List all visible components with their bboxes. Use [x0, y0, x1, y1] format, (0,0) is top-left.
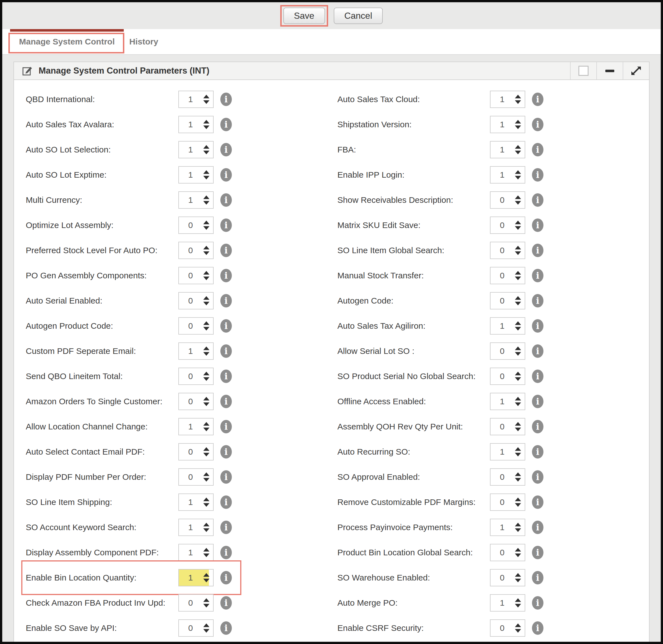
spinner-up-icon[interactable] [515, 573, 521, 577]
spinner-up-icon[interactable] [203, 145, 209, 149]
spinner-down-icon[interactable] [515, 478, 521, 482]
spinner-up-icon[interactable] [515, 196, 521, 199]
info-icon[interactable]: i [220, 420, 232, 433]
info-icon[interactable]: i [532, 244, 544, 257]
number-input[interactable]: 0 [178, 267, 214, 284]
spinner-up-icon[interactable] [515, 271, 521, 275]
spinner-down-icon[interactable] [203, 377, 209, 381]
spinner-down-icon[interactable] [515, 579, 521, 582]
info-icon[interactable]: i [220, 571, 232, 584]
spinner-up-icon[interactable] [515, 372, 521, 375]
spinner-down-icon[interactable] [203, 503, 209, 507]
info-icon[interactable]: i [532, 445, 544, 459]
number-input[interactable]: 1 [178, 569, 214, 586]
spinner-down-icon[interactable] [515, 604, 521, 607]
spinner-down-icon[interactable] [515, 125, 521, 129]
spinner-up-icon[interactable] [203, 347, 209, 350]
spinner-arrows[interactable] [515, 120, 521, 129]
spinner-down-icon[interactable] [203, 453, 209, 457]
spinner-arrows[interactable] [515, 372, 521, 381]
info-icon[interactable]: i [220, 596, 232, 610]
spinner-arrows[interactable] [515, 397, 521, 406]
spinner-arrows[interactable] [203, 170, 209, 180]
save-button[interactable]: Save [283, 7, 325, 24]
spinner-up-icon[interactable] [515, 347, 521, 350]
tab-history[interactable]: History [122, 29, 165, 54]
spinner-up-icon[interactable] [203, 624, 209, 627]
info-icon[interactable]: i [532, 319, 544, 332]
spinner-arrows[interactable] [515, 523, 521, 532]
spinner-up-icon[interactable] [203, 548, 209, 552]
spinner-arrows[interactable] [515, 347, 521, 356]
info-icon[interactable]: i [220, 445, 232, 459]
number-input[interactable]: 1 [490, 393, 525, 410]
spinner-up-icon[interactable] [203, 246, 209, 250]
tab-manage-system-control[interactable]: Manage System Control [12, 29, 122, 54]
info-icon[interactable]: i [220, 118, 232, 131]
number-input[interactable]: 1 [490, 91, 525, 108]
number-input[interactable]: 0 [490, 342, 525, 360]
info-icon[interactable]: i [220, 269, 232, 282]
info-icon[interactable]: i [532, 344, 544, 358]
number-input[interactable]: 1 [178, 191, 214, 209]
info-icon[interactable]: i [220, 546, 232, 559]
spinner-down-icon[interactable] [203, 629, 209, 633]
spinner-arrows[interactable] [203, 598, 209, 607]
spinner-up-icon[interactable] [515, 498, 521, 501]
number-input[interactable]: 0 [490, 544, 525, 561]
info-icon[interactable]: i [220, 496, 232, 509]
spinner-arrows[interactable] [203, 372, 209, 381]
spinner-up-icon[interactable] [515, 321, 521, 325]
info-icon[interactable]: i [220, 168, 232, 182]
spinner-up-icon[interactable] [203, 422, 209, 426]
info-icon[interactable]: i [532, 596, 544, 610]
spinner-up-icon[interactable] [203, 372, 209, 375]
spinner-arrows[interactable] [203, 422, 209, 431]
spinner-down-icon[interactable] [515, 201, 521, 205]
spinner-up-icon[interactable] [203, 170, 209, 174]
spinner-up-icon[interactable] [203, 196, 209, 199]
number-input[interactable]: 0 [490, 468, 525, 486]
spinner-up-icon[interactable] [203, 296, 209, 300]
number-input[interactable]: 1 [490, 594, 525, 612]
spinner-down-icon[interactable] [203, 176, 209, 180]
info-icon[interactable]: i [532, 621, 544, 635]
spinner-arrows[interactable] [203, 95, 209, 104]
spinner-down-icon[interactable] [515, 428, 521, 431]
cancel-button[interactable]: Cancel [334, 7, 383, 24]
spinner-arrows[interactable] [203, 548, 209, 557]
spinner-arrows[interactable] [515, 145, 521, 155]
spinner-arrows[interactable] [203, 246, 209, 255]
info-icon[interactable]: i [532, 546, 544, 559]
info-icon[interactable]: i [220, 193, 232, 207]
spinner-down-icon[interactable] [203, 302, 209, 305]
spinner-up-icon[interactable] [203, 473, 209, 476]
number-input[interactable]: 0 [490, 569, 525, 586]
spinner-arrows[interactable] [515, 548, 521, 557]
spinner-arrows[interactable] [203, 347, 209, 356]
spinner-arrows[interactable] [203, 498, 209, 507]
number-input[interactable]: 0 [490, 418, 525, 435]
expand-button[interactable] [623, 62, 649, 79]
number-input[interactable]: 0 [178, 443, 214, 460]
spinner-down-icon[interactable] [203, 402, 209, 406]
spinner-down-icon[interactable] [203, 100, 209, 104]
spinner-up-icon[interactable] [203, 321, 209, 325]
info-icon[interactable]: i [532, 395, 544, 408]
spinner-arrows[interactable] [515, 447, 521, 457]
info-icon[interactable]: i [532, 496, 544, 509]
number-input[interactable]: 1 [178, 342, 214, 360]
spinner-down-icon[interactable] [203, 277, 209, 280]
spinner-down-icon[interactable] [515, 226, 521, 230]
number-input[interactable]: 0 [178, 292, 214, 309]
spinner-down-icon[interactable] [515, 554, 521, 557]
info-icon[interactable]: i [220, 621, 232, 635]
spinner-up-icon[interactable] [203, 447, 209, 451]
number-input[interactable]: 0 [178, 242, 214, 259]
number-input[interactable]: 1 [490, 116, 525, 133]
info-icon[interactable]: i [532, 521, 544, 534]
spinner-arrows[interactable] [515, 246, 521, 255]
spinner-down-icon[interactable] [203, 327, 209, 331]
spinner-down-icon[interactable] [203, 428, 209, 431]
spinner-arrows[interactable] [515, 473, 521, 482]
